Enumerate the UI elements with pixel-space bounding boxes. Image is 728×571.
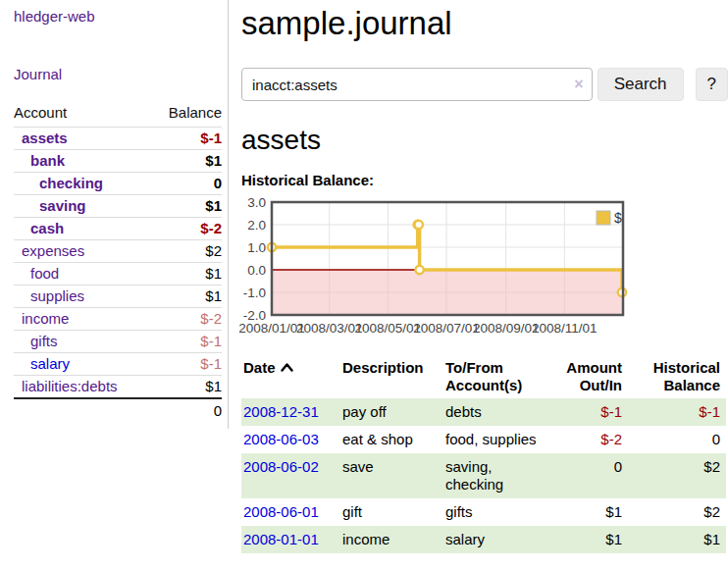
- account-link[interactable]: supplies: [30, 287, 84, 304]
- register-accounts: saving, checking: [440, 453, 552, 498]
- y-tick-label: 1.0: [247, 240, 266, 255]
- data-point-marker: [415, 221, 423, 229]
- account-link[interactable]: cash: [30, 220, 64, 236]
- account-link[interactable]: bank: [30, 152, 65, 169]
- register-row: 2008-06-02savesaving, checking0$2: [241, 453, 726, 498]
- register-balance: $1: [628, 526, 726, 553]
- account-balance: 0: [151, 173, 222, 195]
- register-header-date[interactable]: Date: [241, 355, 337, 398]
- account-balance: $1: [151, 195, 222, 218]
- register-date-link[interactable]: 2008-01-01: [243, 531, 319, 547]
- chart-title: Historical Balance:: [241, 172, 728, 188]
- account-link[interactable]: assets: [22, 130, 68, 146]
- register-date-cell: 2008-06-03: [241, 426, 337, 453]
- chart-grid: [272, 202, 623, 315]
- x-tick-label: 2008/09/01: [473, 321, 540, 336]
- account-row: assets$-1: [14, 128, 222, 150]
- account-row: saving$1: [14, 195, 222, 218]
- account-row: food$1: [14, 263, 222, 286]
- register-row: 2008-01-01incomesalary$1$1: [241, 526, 726, 553]
- register-description: gift: [337, 498, 440, 526]
- account-link[interactable]: saving: [39, 197, 86, 214]
- register-row: 2008-06-01giftgifts$1$2: [241, 498, 726, 526]
- account-link[interactable]: gifts: [30, 333, 58, 349]
- legend-label: $: [614, 210, 622, 226]
- account-link[interactable]: expenses: [22, 242, 84, 259]
- register-amount: $1: [552, 498, 628, 526]
- register-description: pay off: [337, 398, 440, 426]
- register-amount: $-1: [552, 398, 628, 426]
- account-row: supplies$1: [14, 286, 222, 308]
- account-balance: $2: [151, 240, 222, 263]
- register-amount: $1: [552, 526, 628, 553]
- x-tick-label: 2008/03/01: [296, 321, 363, 336]
- register-header-amount: Amount Out/In: [552, 355, 628, 398]
- accounts-header-account: Account: [14, 101, 151, 128]
- account-link[interactable]: salary: [30, 355, 70, 372]
- account-row: salary$-1: [14, 353, 222, 376]
- register-table: Date Description To/From Account(s) Amou…: [241, 355, 726, 553]
- account-link[interactable]: liabilities:debts: [22, 378, 118, 394]
- account-name-cell: saving: [14, 195, 151, 218]
- register-date-cell: 2008-12-31: [241, 398, 337, 426]
- account-name-cell: income: [14, 308, 151, 331]
- nav-journal-link[interactable]: Journal: [14, 66, 62, 82]
- register-date-link[interactable]: 2008-06-03: [243, 431, 319, 447]
- register-balance: $-1: [628, 398, 726, 426]
- main-content: sample.journal × Search ? assets Histori…: [241, 0, 728, 553]
- app-brand-link[interactable]: hledger-web: [14, 8, 95, 25]
- accounts-table: Account Balance assets$-1bank$1checking0…: [14, 101, 222, 423]
- account-link[interactable]: checking: [39, 175, 103, 191]
- register-date-cell: 2008-06-01: [241, 498, 337, 526]
- data-point-marker: [415, 266, 423, 274]
- account-balance: $1: [151, 376, 222, 399]
- account-balance: $-1: [151, 331, 222, 353]
- account-link[interactable]: food: [30, 265, 59, 282]
- y-tick-label: 3.0: [247, 196, 266, 210]
- accounts-header-balance: Balance: [151, 101, 222, 128]
- account-row: cash$-2: [14, 218, 222, 240]
- register-date-link[interactable]: 2008-06-01: [243, 503, 319, 520]
- search-input[interactable]: [241, 68, 593, 101]
- y-tick-label: -1.0: [243, 286, 266, 300]
- chart-legend: $: [597, 210, 622, 226]
- account-name-cell: assets: [14, 128, 151, 150]
- account-row: checking0: [14, 173, 222, 195]
- clear-search-icon[interactable]: ×: [574, 76, 583, 93]
- register-date-link[interactable]: 2008-06-02: [243, 458, 319, 475]
- accounts-total-spacer: [14, 398, 151, 423]
- account-balance: $-1: [151, 128, 222, 150]
- y-tick-label: 0.0: [247, 263, 266, 278]
- account-name-cell: supplies: [14, 286, 151, 308]
- register-amount: $-2: [552, 426, 628, 453]
- legend-swatch: [597, 211, 610, 225]
- help-button[interactable]: ?: [696, 68, 728, 101]
- register-date-link[interactable]: 2008-12-31: [243, 403, 319, 420]
- account-balance: $1: [151, 263, 222, 286]
- accounts-total-row: 0: [14, 398, 222, 423]
- y-tick-label: 2.0: [247, 218, 266, 233]
- register-date-cell: 2008-01-01: [241, 526, 337, 553]
- register-description: income: [337, 526, 440, 553]
- account-name-cell: food: [14, 263, 151, 286]
- x-tick-label: 2008/01/01: [239, 321, 305, 336]
- account-name-cell: expenses: [14, 240, 151, 263]
- register-description: eat & shop: [337, 426, 440, 453]
- account-row: liabilities:debts$1: [14, 376, 222, 399]
- account-balance: $1: [151, 286, 222, 308]
- register-header-date-label: Date: [243, 359, 276, 376]
- account-name-cell: checking: [14, 173, 151, 195]
- search-form: × Search ?: [241, 68, 728, 101]
- register-accounts: gifts: [440, 498, 552, 526]
- account-row: gifts$-1: [14, 331, 222, 353]
- account-link[interactable]: income: [22, 310, 69, 327]
- search-button[interactable]: Search: [598, 68, 684, 101]
- register-header-accounts: To/From Account(s): [440, 355, 552, 398]
- search-box: ×: [241, 68, 593, 101]
- account-name-cell: cash: [14, 218, 151, 240]
- account-name-cell: salary: [14, 353, 151, 376]
- x-tick-label: 2008/05/01: [355, 321, 422, 336]
- sort-ascending-icon: [281, 363, 293, 372]
- register-row: 2008-06-03eat & shopfood, supplies$-20: [241, 426, 726, 453]
- register-balance: $2: [628, 498, 726, 526]
